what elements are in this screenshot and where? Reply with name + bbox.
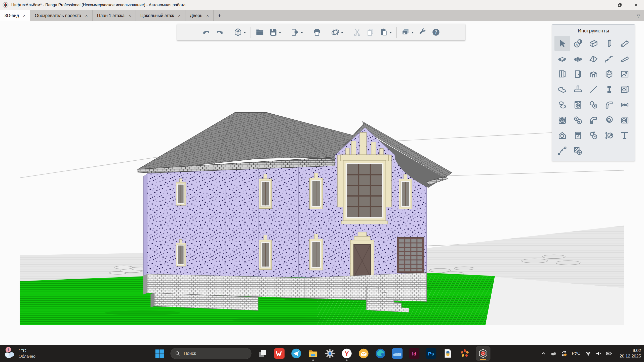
tool-ledge[interactable] xyxy=(554,82,570,97)
paste-button[interactable] xyxy=(379,27,392,38)
weather-widget[interactable]: 1 1°C Облачно xyxy=(4,345,35,362)
new-tab-button[interactable]: + xyxy=(214,10,225,21)
garage-door[interactable] xyxy=(397,237,424,273)
close-button[interactable] xyxy=(628,0,644,10)
taskbar-file-explorer[interactable] xyxy=(307,348,319,359)
tool-fan-group[interactable] xyxy=(570,112,586,128)
wifi-icon[interactable] xyxy=(585,350,591,357)
visual-style-dropdown-caret[interactable] xyxy=(411,32,414,35)
orbit-button[interactable] xyxy=(330,27,344,38)
tool-style-measure[interactable]: A xyxy=(570,36,586,51)
battery-charging-icon[interactable] xyxy=(606,350,612,357)
taskbar-wps-office[interactable] xyxy=(274,348,285,359)
undo-button[interactable] xyxy=(201,27,211,38)
minimize-button[interactable] xyxy=(596,0,612,10)
tab-close-button[interactable]: × xyxy=(178,13,181,18)
taskbar-flower-app[interactable] xyxy=(459,348,471,359)
tool-hatch[interactable] xyxy=(570,143,586,158)
tool-plumbing-fixture[interactable] xyxy=(554,97,570,112)
taskbar-renga[interactable] xyxy=(476,346,491,361)
wall-front[interactable] xyxy=(147,165,335,278)
tab-close-button[interactable]: × xyxy=(23,13,25,18)
viewport-3d[interactable]: ? Инструменты A xyxy=(0,21,644,345)
tab-close-button[interactable]: × xyxy=(129,13,131,18)
tool-furniture[interactable] xyxy=(586,66,601,82)
tool-floor[interactable] xyxy=(554,51,570,66)
tool-stairs[interactable] xyxy=(601,51,617,66)
help-button[interactable]: ? xyxy=(431,27,441,38)
model-3d-button[interactable] xyxy=(233,27,247,38)
export-dropdown-caret[interactable] xyxy=(301,32,303,35)
taskbar-telegram[interactable] xyxy=(291,348,302,359)
taskbar-photos[interactable] xyxy=(392,348,403,359)
taskbar-mail[interactable] xyxy=(358,348,370,359)
taskbar-photoshop[interactable]: Ps xyxy=(425,348,437,359)
tray-chevron-icon[interactable] xyxy=(540,350,547,357)
tool-beam[interactable] xyxy=(617,36,632,51)
tool-door[interactable] xyxy=(570,66,586,82)
tool-wiring-group[interactable] xyxy=(586,128,601,143)
tool-pipe-fitting[interactable] xyxy=(617,97,632,112)
wall-left-facet[interactable] xyxy=(143,174,147,276)
tool-equipment[interactable] xyxy=(570,97,586,112)
tool-pump-group[interactable] xyxy=(586,97,601,112)
tool-wall[interactable] xyxy=(586,36,601,51)
tab-close-button[interactable]: × xyxy=(85,13,88,18)
cut-button[interactable] xyxy=(352,27,362,38)
tool-lighting-fixture[interactable] xyxy=(554,128,570,143)
tab-3[interactable]: Цокольный этаж× xyxy=(136,10,185,21)
tool-ventilation-unit[interactable] xyxy=(554,112,570,128)
clock[interactable]: 9:02 20.12.2025 xyxy=(616,348,641,359)
tool-electrical-panel[interactable] xyxy=(570,128,586,143)
tool-foundation[interactable] xyxy=(570,82,586,97)
tool-profile[interactable] xyxy=(601,82,617,97)
tab-2[interactable]: План 1 этажа× xyxy=(93,10,136,21)
taskbar-indesign[interactable]: Id xyxy=(409,348,420,359)
tools-wrench-button[interactable] xyxy=(418,27,428,38)
tool-dimension[interactable] xyxy=(601,128,617,143)
open-button[interactable] xyxy=(255,27,265,38)
onedrive-icon[interactable] xyxy=(550,350,557,357)
paste-dropdown-caret[interactable] xyxy=(389,32,392,35)
tool-text[interactable] xyxy=(617,128,632,143)
tool-duct-fitting[interactable] xyxy=(601,112,617,128)
tool-pipe[interactable] xyxy=(601,97,617,112)
taskbar-settings[interactable] xyxy=(324,348,336,359)
tool-roof[interactable] xyxy=(586,51,601,66)
tab-0[interactable]: 3D-вид× xyxy=(0,10,30,21)
print-button[interactable] xyxy=(312,27,322,38)
model-3d-dropdown-caret[interactable] xyxy=(244,32,246,35)
taskbar-task-view[interactable] xyxy=(257,348,268,359)
tool-column[interactable] xyxy=(601,36,617,51)
tool-route[interactable] xyxy=(554,143,570,158)
language-indicator[interactable]: РУС xyxy=(571,351,581,356)
tool-element[interactable] xyxy=(601,66,617,82)
scene-3d[interactable] xyxy=(0,21,644,345)
tool-socket[interactable] xyxy=(617,112,632,128)
tool-opening[interactable] xyxy=(617,66,632,82)
tool-ramp[interactable] xyxy=(617,51,632,66)
taskbar-yandex-browser[interactable]: Y xyxy=(341,348,353,359)
tab-1[interactable]: Обозреватель проекта× xyxy=(30,10,92,21)
orbit-dropdown-caret[interactable] xyxy=(341,32,343,35)
tool-window[interactable] xyxy=(554,66,570,82)
restore-button[interactable] xyxy=(612,0,628,10)
taskbar-edge[interactable] xyxy=(375,348,386,359)
tab-overflow-button[interactable]: ▽ xyxy=(637,10,644,21)
redo-button[interactable] xyxy=(215,27,225,38)
save-dropdown-caret[interactable] xyxy=(279,32,281,35)
visual-style-button[interactable] xyxy=(401,27,414,38)
tool-select[interactable] xyxy=(554,36,570,51)
sync-icon[interactable] xyxy=(561,350,567,357)
taskbar-python-file[interactable] xyxy=(442,348,454,359)
tab-close-button[interactable]: × xyxy=(206,13,209,18)
save-button[interactable] xyxy=(268,27,282,38)
volume-muted-icon[interactable] xyxy=(595,350,602,357)
tab-4[interactable]: Дверь× xyxy=(185,10,214,21)
tool-assembly[interactable] xyxy=(617,82,632,97)
tool-axis-line[interactable] xyxy=(586,82,601,97)
copy-button[interactable] xyxy=(366,27,376,38)
tool-floor-opening[interactable] xyxy=(570,51,586,66)
search-box[interactable]: Поиск xyxy=(171,348,252,359)
tool-duct[interactable] xyxy=(586,112,601,128)
